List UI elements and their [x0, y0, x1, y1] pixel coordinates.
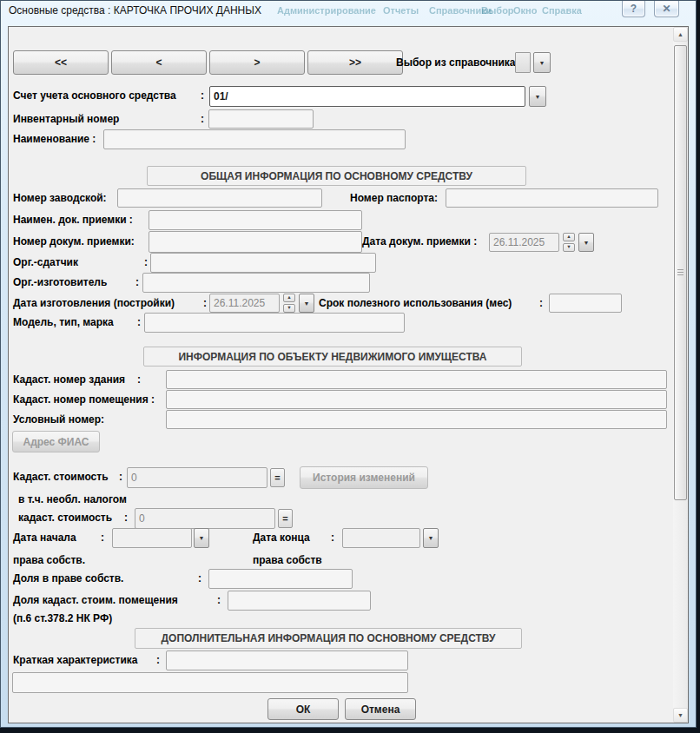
untaxed-value-label: кадаст. стоимость [18, 512, 112, 524]
close-icon: ✕ [662, 3, 670, 15]
accept-doc-date-input[interactable] [489, 233, 559, 252]
close-button[interactable]: ✕ [654, 1, 679, 17]
ownership-share-label: Доля в праве собств. [13, 572, 123, 584]
short-description-label: Краткая характеристика [13, 654, 137, 666]
accept-doc-number-input[interactable] [149, 231, 362, 253]
manufacturer-org-input[interactable] [142, 273, 370, 293]
manufacturer-org-label: Орг.-изготовитель [13, 276, 107, 288]
spin-down-button[interactable]: ▼ [563, 243, 575, 252]
colon: : [203, 297, 207, 309]
titlebar[interactable]: Основные средства : КАРТОЧКА ПРОЧИХ ДАНН… [1, 1, 696, 20]
ghost-menu-item: Администрирование [277, 5, 376, 16]
colon: : [135, 276, 139, 288]
nav-last-button[interactable]: >> [307, 50, 403, 75]
arrow-up-icon: ▲ [566, 234, 571, 240]
colon: : [101, 532, 104, 544]
accept-doc-number-label: Номер докум. приемки: [13, 235, 135, 248]
account-input[interactable] [209, 86, 525, 107]
chevron-down-icon: ▼ [304, 300, 310, 307]
right-start-date-dropdown-button[interactable]: ▼ [194, 528, 209, 548]
manufacture-date-dropdown-button[interactable]: ▼ [299, 294, 314, 313]
right-end-date-input[interactable] [342, 528, 420, 548]
dialog-window: Основные средства : КАРТОЧКА ПРОЧИХ ДАНН… [0, 0, 697, 728]
accept-doc-name-label: Наимен. док. приемки : [13, 214, 133, 226]
arrow-down-icon: ▼ [677, 712, 683, 718]
accept-doc-date-spinner: ▲ ▼ [563, 233, 575, 252]
deliverer-org-input[interactable] [150, 253, 376, 273]
model-label: Модель, тип, марка [13, 316, 114, 328]
cadastral-value-input[interactable] [127, 467, 267, 488]
useful-life-label: Срок полезного использования (мес) [319, 297, 512, 309]
chevron-down-icon: ▼ [199, 535, 205, 541]
name-label: Наименование : [13, 133, 96, 145]
untaxed-value-input[interactable] [135, 508, 275, 529]
manufacture-date-input[interactable] [209, 294, 280, 313]
chevron-down-icon: ▼ [535, 94, 541, 100]
short-description-input-line2[interactable] [12, 672, 408, 693]
passport-number-label: Номер паспорта: [350, 192, 438, 204]
vertical-scrollbar[interactable]: ▲ ▼ [673, 27, 688, 723]
colon: : [119, 471, 122, 483]
building-cadastral-input[interactable] [166, 370, 667, 389]
arrow-up-icon: ▲ [677, 31, 683, 37]
short-description-input[interactable] [166, 650, 408, 670]
calc-equals-button[interactable]: = [278, 509, 293, 528]
reference-picker-field[interactable] [515, 52, 531, 73]
spin-down-button[interactable]: ▼ [283, 304, 295, 313]
model-input[interactable] [144, 313, 405, 333]
calc-equals-button[interactable]: = [270, 468, 285, 487]
form-area: << < > >> Выбор из справочника : ▼ Счет … [9, 27, 673, 723]
useful-life-input[interactable] [549, 294, 622, 313]
account-label: Счет учета основного средства [13, 89, 176, 102]
cadastral-value-label: Кадаст. стоимость [13, 471, 109, 483]
history-button[interactable]: История изменений [300, 466, 428, 489]
manufacture-date-spinner: ▲ ▼ [283, 294, 295, 313]
nav-first-button[interactable]: << [13, 50, 109, 75]
passport-number-input[interactable] [446, 188, 658, 208]
conditional-number-label: Условный номер: [13, 413, 104, 426]
ok-button[interactable]: ОК [267, 698, 339, 720]
spin-up-button[interactable]: ▲ [563, 233, 575, 241]
right-end-date-dropdown-button[interactable]: ▼ [423, 528, 439, 548]
colon: : [198, 572, 201, 584]
ghost-menu-item: Справка [542, 5, 582, 16]
nav-prev-button[interactable]: < [111, 50, 207, 75]
spin-up-button[interactable]: ▲ [283, 294, 295, 302]
manufacture-date-label: Дата изготовления (постройки) [13, 297, 175, 309]
ownership-share-input[interactable] [208, 569, 353, 589]
premises-value-share-input[interactable] [228, 591, 371, 611]
help-button[interactable]: ? [622, 1, 645, 17]
colon: : [217, 594, 221, 606]
nav-next-button[interactable]: > [209, 50, 305, 75]
premises-value-share-label: Доля кадаст. стоим. помещения [13, 594, 178, 606]
dialog-body: << < > >> Выбор из справочника : ▼ Счет … [8, 26, 689, 723]
building-cadastral-label: Кадаст. номер здания [13, 373, 125, 386]
factory-number-input[interactable] [117, 188, 322, 208]
right-start-date-input[interactable] [112, 528, 192, 548]
right-start-date-label: Дата начала [13, 532, 76, 544]
account-dropdown-button[interactable]: ▼ [529, 86, 546, 107]
cancel-button[interactable]: Отмена [345, 698, 416, 720]
colon: : [539, 297, 543, 309]
conditional-number-input[interactable] [166, 410, 667, 429]
colon: : [124, 512, 128, 524]
window-title: Основные средства : КАРТОЧКА ПРОЧИХ ДАНН… [9, 4, 261, 17]
scrollbar-thumb[interactable] [674, 45, 687, 500]
ghost-menu-item: Окно [513, 5, 537, 16]
ghost-menu-item: Отчеты [383, 5, 419, 16]
name-input[interactable] [103, 129, 406, 149]
inventory-input[interactable] [208, 109, 314, 129]
premises-cadastral-input[interactable] [166, 390, 667, 409]
right-end-date-sublabel: права собств [253, 554, 322, 566]
colon: : [156, 654, 160, 666]
accept-doc-date-dropdown-button[interactable]: ▼ [578, 233, 594, 252]
colon: : [331, 532, 334, 544]
scroll-down-button[interactable]: ▼ [673, 708, 688, 723]
chevron-down-icon: ▼ [584, 240, 590, 246]
accept-doc-date-label: Дата докум. приемки : [362, 235, 477, 248]
scroll-up-button[interactable]: ▲ [673, 27, 688, 42]
fias-address-button[interactable]: Адрес ФИАС [12, 431, 100, 452]
reference-picker-dropdown-button[interactable]: ▼ [533, 52, 551, 73]
accept-doc-name-input[interactable] [149, 210, 362, 230]
inventory-label: Инвентарный номер [13, 113, 119, 125]
